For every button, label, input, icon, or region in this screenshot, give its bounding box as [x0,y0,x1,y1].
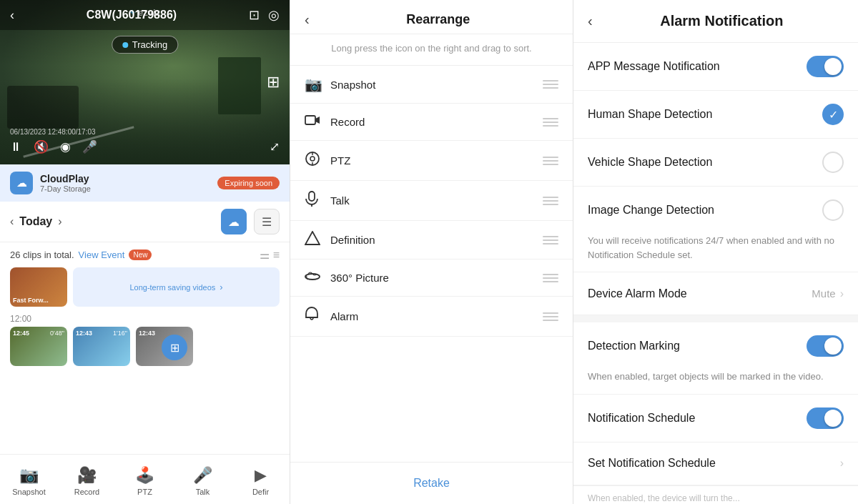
cloudplay-icon: ☁ [10,172,33,194]
share-icon[interactable]: ⊡ [249,7,260,23]
snapshot-item-label: Snapshot [330,79,543,91]
date-next-button[interactable]: › [58,215,61,228]
vehicle-detection-check[interactable] [822,152,844,173]
360-drag-handle[interactable] [543,274,558,282]
clip-card-1[interactable]: Fast Forw... [10,267,67,307]
camera-controls: ⏸ 🔇 ◉ 🎤 ⤢ [0,139,290,154]
nav-item-talk[interactable]: 🎤 Talk [174,460,232,501]
cloud-view-button[interactable]: ☁ [221,209,247,234]
camera-back-button[interactable]: ‹ [10,8,14,23]
clip-3[interactable]: 12:43 1'16" [73,327,130,366]
volume-icon[interactable]: 🔇 [34,139,49,154]
ptz-drag-handle[interactable] [543,157,558,165]
image-change-row: Image Change Detection [573,187,858,234]
clip-row: 12:45 0'48" 12:43 1'16" 12:43 ⊞ [10,327,280,366]
nav-item-ptz[interactable]: 🕹️ PTZ [116,460,174,501]
list-item[interactable]: Record [290,104,573,141]
list-view-button[interactable]: ☰ [254,209,280,234]
clip-4[interactable]: 12:43 ⊞ [136,327,193,366]
detection-marking-row: Detection Marking [573,322,858,370]
cloudplay-subtitle: 7-Day Storage [40,184,91,193]
pause-icon[interactable]: ⏸ [10,140,22,154]
record-item-label: Record [330,116,543,128]
app-notification-toggle[interactable] [807,56,844,77]
filter-icon[interactable]: ⚌ ≡ [260,248,280,262]
retake-button[interactable]: Retake [413,477,450,490]
clip-4-timestamp: 12:43 [139,330,155,337]
set-notification-schedule-item[interactable]: Set Notification Schedule › [573,443,858,485]
nav-item-record[interactable]: 🎥 Record [58,460,116,501]
notification-schedule-toggle[interactable] [807,407,844,429]
record-drag-handle[interactable] [543,118,558,127]
detection-marking-track[interactable] [807,335,844,357]
date-prev-button[interactable]: ‹ [10,215,14,228]
expiring-badge[interactable]: Expiring soon [217,177,280,189]
right-header: ‹ Alarm Notification [573,0,858,43]
date-nav: ‹ Today › [10,215,62,228]
detection-marking-section: Detection Marking When enabled, target o… [573,322,858,395]
snapshot-icon: 📷 [305,76,330,93]
clip-2-timestamp: 12:45 [13,330,29,337]
talk-nav-icon: 🎤 [193,466,212,485]
app-notification-label: APP Message Notification [588,60,807,73]
camera-view: ✦ ezviz ‹ C8W(J60179886) ⊡ ◎ Tracking ⊞ … [0,0,290,164]
notification-schedule-track[interactable] [807,407,844,429]
list-item[interactable]: Definition [290,221,573,260]
clips-info: 26 clips in total. View Event New ⚌ ≡ [0,242,290,267]
alarm-drag-handle[interactable] [543,312,558,321]
long-term-text: Long-term saving videos [129,283,215,292]
settings-icon[interactable]: ◎ [268,7,280,23]
snapshot-nav-icon: 📷 [19,466,39,485]
record-icon [305,114,330,130]
date-label: Today [19,215,52,228]
human-detection-check[interactable]: ✓ [822,104,844,125]
camera-name: C8W(J60179886) [87,9,177,21]
talk-nav-label: Talk [196,488,210,496]
defir-nav-label: Defir [252,488,269,496]
snapshot-drag-handle[interactable] [543,80,558,89]
tracking-badge: Tracking [112,36,178,54]
image-change-check[interactable] [822,199,844,221]
defir-nav-icon: ▶ [255,466,267,485]
long-term-card[interactable]: Long-term saving videos › [73,267,280,307]
middle-back-button[interactable]: ‹ [305,11,310,28]
list-item[interactable]: PTZ [290,141,573,181]
nav-item-defir[interactable]: ▶ Defir [232,460,290,501]
app-notification-item: APP Message Notification [573,43,858,91]
grid-view-button[interactable]: ⊞ [162,335,187,360]
clip-2-duration: 0'48" [50,330,64,337]
cloudplay-info: CloudPlay 7-Day Storage [40,173,91,193]
eye-icon[interactable]: ◉ [60,139,71,154]
long-term-arrow: › [220,282,222,292]
layout-icon[interactable]: ⊞ [267,73,280,92]
list-item[interactable]: 📷 Snapshot [290,66,573,104]
detection-marking-toggle[interactable] [807,335,844,357]
vehicle-detection-label: Vehicle Shape Detection [588,156,822,169]
camera-header: ‹ C8W(J60179886) ⊡ ◎ [0,0,290,30]
nav-item-snapshot[interactable]: 📷 Snapshot [0,460,58,501]
list-item[interactable]: 360° Picture [290,260,573,297]
list-item[interactable]: Alarm [290,297,573,337]
ptz-nav-icon: 🕹️ [135,466,154,485]
camera-timestamp: 06/13/2023 12:48:00/17:03 [10,128,96,136]
microphone-icon[interactable]: 🎤 [82,139,97,154]
list-item[interactable]: Talk [290,181,573,221]
fullscreen-icon[interactable]: ⤢ [270,139,280,154]
device-alarm-value: Mute [812,287,835,300]
view-event-link[interactable]: View Event [79,249,125,260]
definition-drag-handle[interactable] [543,236,558,244]
camera-control-left: ⏸ 🔇 ◉ 🎤 [10,139,97,154]
clip-2[interactable]: 12:45 0'48" [10,327,67,366]
talk-drag-handle[interactable] [543,197,558,205]
definition-item-label: Definition [330,234,543,246]
right-back-button[interactable]: ‹ [588,13,593,29]
timeline-nav: ‹ Today › ☁ ☰ [0,202,290,242]
definition-icon [305,231,330,249]
vehicle-detection-item: Vehicle Shape Detection [573,139,858,187]
svg-marker-8 [305,232,320,244]
device-alarm-item[interactable]: Device Alarm Mode Mute › [573,272,858,315]
toggle-track[interactable] [807,56,844,77]
talk-icon [305,191,330,210]
360-icon [305,270,330,286]
middle-subtitle: Long press the icon on the right and dra… [290,34,573,66]
